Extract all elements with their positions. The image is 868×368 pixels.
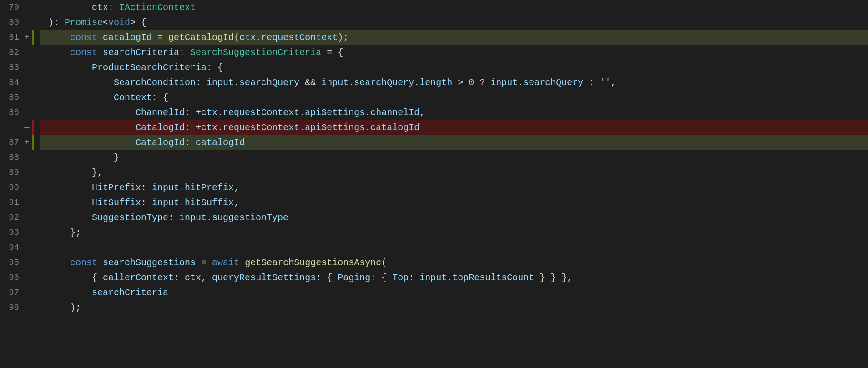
code-line[interactable]: 88 } [0,150,868,165]
token-punct: ( [381,257,387,268]
code-content[interactable]: }, [40,165,868,180]
token-var: CatalogId [136,122,185,133]
line-number: 91 [0,195,22,210]
line-number: 90 [0,180,22,195]
token-punct: } [114,152,119,163]
code-line[interactable]: 97 searchCriteria [0,285,868,300]
code-line[interactable]: 94 [0,240,868,255]
token-op [97,257,103,268]
token-var: apiSettings [305,107,365,118]
code-content[interactable]: { callerContext: ctx, queryResultSetting… [40,270,868,285]
code-line[interactable]: 84 SearchCondition: input.searchQuery &&… [0,75,868,90]
code-line[interactable]: 87+ CatalogId: catalogId [0,135,868,150]
token-punct: } } }, [534,272,572,283]
gutter: 80 [0,15,40,30]
token-type: Promise [65,17,103,28]
line-number: 98 [0,300,22,315]
diff-remove-icon: — [22,120,32,135]
code-line[interactable]: 82 const searchCriteria: SearchSuggestio… [0,45,868,60]
code-line[interactable]: 80): Promise<void> { [0,15,868,30]
line-number: 92 [0,210,22,225]
token-var: requestContext [223,122,299,133]
token-punct: . [217,107,223,118]
token-punct: : [409,272,419,283]
token-punct: : [179,47,190,58]
code-line[interactable]: 79 ctx: IActionContext [0,0,868,15]
code-line[interactable]: 86 ChannelId: +ctx.requestContext.apiSet… [0,105,868,120]
code-line[interactable]: 98 ); [0,300,868,315]
token-punct: }, [92,167,103,178]
code-line[interactable]: 91 HitSuffix: input.hitSuffix, [0,195,868,210]
token-var: catalogId [196,137,245,148]
code-content[interactable]: ctx: IActionContext [40,0,868,15]
token-var: input [179,212,207,223]
token-punct: . [414,77,419,88]
code-content[interactable]: SearchCondition: input.searchQuery && in… [40,75,868,90]
token-punct: . [299,122,305,133]
diff-strip [32,135,34,150]
code-content[interactable]: ProductSearchCriteria: { [40,60,868,75]
line-number: 79 [0,0,22,15]
code-line[interactable]: 83 ProductSearchCriteria: { [0,60,868,75]
code-line[interactable]: 95 const searchSuggestions = await getSe… [0,255,868,270]
token-op: ? [474,77,490,88]
code-editor[interactable]: 79 ctx: IActionContext80): Promise<void>… [0,0,868,315]
code-line[interactable]: 96 { callerContext: ctx, queryResultSett… [0,270,868,285]
token-kw: const [70,47,97,58]
token-op [97,47,103,58]
line-number: 87 [0,135,22,150]
token-num: 0 [469,77,474,88]
line-number: 96 [0,270,22,285]
token-var: searchQuery [239,77,299,88]
code-content[interactable]: ): Promise<void> { [40,15,868,30]
line-number: 83 [0,60,22,75]
code-content[interactable]: SuggestionType: input.suggestionType [40,210,868,225]
token-var: searchSuggestions [103,257,196,268]
code-content[interactable]: CatalogId: catalogId [40,135,868,150]
code-content[interactable]: HitPrefix: input.hitPrefix, [40,180,868,195]
token-op: > [452,77,469,88]
token-punct: { [92,272,103,283]
code-content[interactable]: const searchSuggestions = await getSearc… [40,255,868,270]
token-var: Top [392,272,409,283]
token-punct: { [338,47,343,58]
token-punct: : { [207,62,223,73]
code-line[interactable]: 89 }, [0,165,868,180]
token-punct: ( [234,32,239,43]
code-content[interactable]: CatalogId: +ctx.requestContext.apiSettin… [40,120,868,135]
code-content[interactable]: ); [40,300,868,315]
code-line[interactable]: 92 SuggestionType: input.suggestionType [0,210,868,225]
code-content[interactable]: const catalogId = getCatalogId(ctx.reque… [40,30,868,45]
token-var: hitSuffix [185,197,234,208]
code-line[interactable]: 81+ const catalogId = getCatalogId(ctx.r… [0,30,868,45]
code-content[interactable]: ChannelId: +ctx.requestContext.apiSettin… [40,105,868,120]
token-kw: void [108,17,130,28]
code-content[interactable]: } [40,150,868,165]
code-line[interactable]: 85 Context: { [0,90,868,105]
token-punct: ); [70,302,81,313]
code-content[interactable]: searchCriteria [40,285,868,300]
token-var: ctx [201,122,217,133]
gutter: 91 [0,195,40,210]
code-content[interactable]: HitSuffix: input.hitSuffix, [40,195,868,210]
token-punct: , [611,77,616,88]
code-content[interactable]: }; [40,225,868,240]
gutter: 92 [0,210,40,225]
gutter: 82 [0,45,40,60]
token-punct: . [518,77,523,88]
line-number: 85 [0,90,22,105]
code-line[interactable]: — CatalogId: +ctx.requestContext.apiSett… [0,120,868,135]
gutter: 94 [0,240,40,255]
token-kw: const [70,257,97,268]
token-punct: . [365,122,370,133]
code-line[interactable]: 90 HitPrefix: input.hitPrefix, [0,180,868,195]
code-line[interactable]: 93 }; [0,225,868,240]
token-var: HitSuffix [92,197,141,208]
token-var: searchCriteria [92,287,168,298]
token-var: input [152,182,179,193]
line-number: 86 [0,105,22,120]
code-content[interactable]: Context: { [40,90,868,105]
code-content[interactable]: const searchCriteria: SearchSuggestionCr… [40,45,868,60]
gutter: 95 [0,255,40,270]
gutter: 89 [0,165,40,180]
